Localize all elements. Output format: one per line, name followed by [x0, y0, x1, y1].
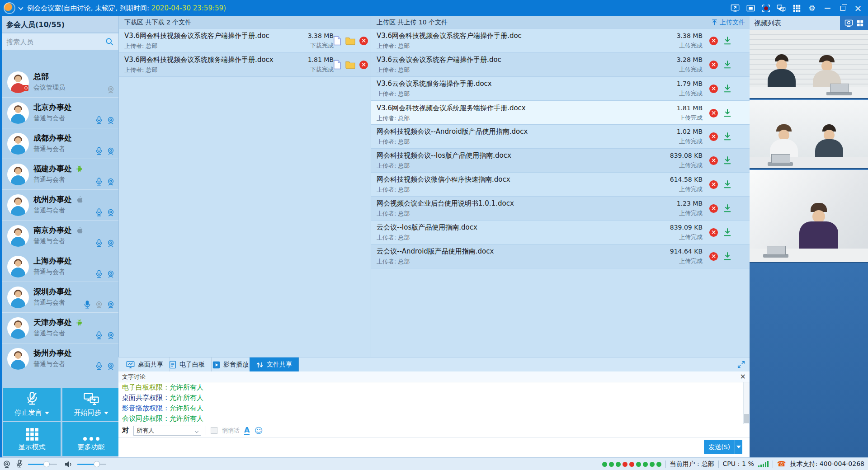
camera-icon[interactable] — [107, 208, 115, 217]
delete-icon[interactable]: ✕ — [709, 132, 718, 141]
delete-icon[interactable]: ✕ — [709, 228, 718, 237]
video-thumbnail-3[interactable] — [750, 170, 868, 263]
start-sync-button[interactable]: 开始同步 — [62, 388, 120, 421]
participant-row[interactable]: 总部 会议管理员 — [2, 67, 118, 98]
download-icon[interactable] — [723, 60, 731, 69]
camera-icon[interactable] — [107, 239, 115, 248]
mic-icon[interactable] — [95, 269, 103, 279]
download-icon[interactable] — [723, 84, 731, 93]
mic-icon[interactable] — [95, 177, 103, 187]
video-thumbnail-1[interactable] — [750, 30, 868, 99]
tab-media-play[interactable]: 影音播放 — [206, 357, 255, 372]
chat-scrollbar[interactable] — [743, 382, 750, 424]
message-input[interactable] — [118, 437, 697, 457]
download-icon[interactable] — [723, 228, 731, 237]
send-dropdown-caret[interactable] — [735, 440, 742, 454]
slider-knob[interactable] — [43, 461, 50, 467]
emoji-button[interactable]: ☺ — [254, 427, 263, 435]
delete-icon[interactable]: ✕ — [359, 61, 368, 69]
recipient-select[interactable]: 所有人 — [133, 426, 201, 436]
download-icon[interactable] — [723, 204, 731, 213]
download-icon[interactable] — [723, 252, 731, 261]
upload-file-row[interactable]: 云会议--Ios版产品使用指南.docx上传者: 总部839.09 KB上传完成… — [371, 221, 750, 244]
participant-row[interactable]: 北京办事处 普通与会者 — [2, 98, 118, 128]
upload-file-link[interactable]: 上传文件 — [711, 16, 745, 28]
upload-file-row[interactable]: 网会科技视频会议微信小程序快速指南.docx上传者: 总部614.58 KB上传… — [371, 173, 750, 197]
video-thumbnail-2[interactable] — [750, 100, 868, 169]
speaker-icon[interactable] — [64, 461, 73, 468]
settings-gear-icon[interactable]: ⚙ — [807, 4, 816, 13]
upload-file-row[interactable]: V3.6云会议系统服务端操作手册.docx上传者: 总部1.79 MB上传完成✕ — [371, 77, 750, 101]
video-mode-icon[interactable] — [844, 19, 853, 27]
record-icon[interactable] — [761, 4, 770, 13]
upload-file-row[interactable]: 网会科技视频会议--Android版产品使用指南.docx上传者: 总部1.02… — [371, 125, 750, 149]
whisper-checkbox[interactable] — [211, 427, 217, 434]
mic-volume-slider[interactable] — [28, 464, 57, 465]
sync-screens-icon[interactable] — [777, 4, 786, 13]
camera-icon[interactable] — [107, 269, 115, 279]
open-folder-icon[interactable] — [345, 37, 355, 45]
delete-icon[interactable]: ✕ — [709, 85, 718, 93]
fullscreen-icon[interactable] — [737, 361, 745, 368]
dropdown-caret-icon[interactable] — [45, 412, 49, 414]
delete-icon[interactable]: ✕ — [359, 37, 368, 45]
speaker-volume-slider[interactable] — [77, 464, 106, 465]
participant-row[interactable]: 杭州办事处 普通与会者 — [2, 190, 118, 221]
layout-grid-icon[interactable] — [857, 20, 863, 27]
delete-icon[interactable]: ✕ — [709, 204, 718, 213]
download-icon[interactable] — [723, 108, 731, 118]
camera-icon[interactable] — [107, 146, 115, 156]
mic-active-icon[interactable] — [83, 300, 91, 310]
mic-icon[interactable] — [95, 116, 103, 125]
open-file-icon[interactable] — [333, 60, 341, 70]
participant-row[interactable]: 上海办事处 普通与会者 — [2, 251, 118, 282]
download-icon[interactable] — [723, 156, 731, 165]
upload-file-row[interactable]: 网会科技视频会议--Ios版产品使用指南.docx上传者: 总部839.08 K… — [371, 149, 750, 173]
chevron-down-icon[interactable] — [18, 5, 23, 10]
open-file-icon[interactable] — [333, 36, 341, 46]
search-input[interactable] — [5, 36, 100, 48]
download-icon[interactable] — [723, 36, 731, 45]
search-icon[interactable] — [105, 37, 114, 46]
close-icon[interactable]: ✕ — [740, 371, 746, 382]
participant-row[interactable]: 福建办事处 普通与会者 — [2, 159, 118, 190]
delete-icon[interactable]: ✕ — [709, 252, 718, 261]
delete-icon[interactable]: ✕ — [709, 109, 718, 118]
webcam-off-icon[interactable] — [95, 300, 103, 310]
upload-file-row[interactable]: V3.6网会科技视频会议系统客户端操作手册.doc上传者: 总部3.38 MB上… — [371, 29, 750, 53]
webcam-status-icon[interactable] — [3, 460, 11, 469]
mic-icon[interactable] — [95, 331, 103, 340]
delete-icon[interactable]: ✕ — [709, 61, 718, 69]
send-button[interactable]: 发送(S) — [704, 440, 742, 454]
mic-muted-icon[interactable] — [15, 460, 24, 469]
download-icon[interactable] — [723, 132, 731, 141]
camera-icon[interactable] — [107, 300, 115, 310]
upload-file-row[interactable]: V3.6云会议会议系统客户端操作手册.doc上传者: 总部3.28 MB上传完成… — [371, 53, 750, 77]
display-mode-button[interactable]: 显示模式 — [3, 422, 61, 456]
mic-icon[interactable] — [95, 239, 103, 248]
participant-row[interactable]: 南京办事处 普通与会者 — [2, 221, 118, 251]
minimize-icon[interactable] — [823, 4, 832, 13]
upload-file-row[interactable]: 云会议--Android版产品使用指南.docx上传者: 总部914.64 KB… — [371, 244, 750, 268]
upload-file-row[interactable]: 网会视频会议企业后台使用说明书1.0.1.docx上传者: 总部1.23 MB上… — [371, 197, 750, 221]
camera-icon[interactable] — [107, 362, 115, 371]
download-file-row[interactable]: V3.6网会科技视频会议系统服务端操作手册.docx 上传者: 总部 1.81 … — [119, 53, 371, 77]
font-style-button[interactable]: A — [244, 427, 250, 435]
download-file-row[interactable]: V3.6网会科技视频会议系统客户端操作手册.doc 上传者: 总部 3.38 M… — [119, 29, 371, 53]
theater-mode-icon[interactable] — [746, 4, 755, 13]
delete-icon[interactable]: ✕ — [709, 180, 718, 189]
delete-icon[interactable]: ✕ — [709, 37, 718, 45]
delete-icon[interactable]: ✕ — [709, 156, 718, 165]
more-functions-button[interactable]: 更多功能 — [62, 422, 120, 456]
stop-speaking-button[interactable]: 停止发言 — [3, 388, 61, 421]
mic-icon[interactable] — [95, 208, 103, 217]
webcam-off-icon[interactable] — [107, 85, 115, 94]
camera-icon[interactable] — [107, 116, 115, 125]
open-folder-icon[interactable] — [345, 61, 355, 69]
close-icon[interactable]: × — [854, 4, 863, 13]
display-grid-icon[interactable] — [792, 4, 801, 13]
upload-file-row[interactable]: V3.6网会科技视频会议系统服务端操作手册.docx上传者: 总部1.81 MB… — [371, 101, 750, 125]
camera-icon[interactable] — [107, 331, 115, 340]
tab-whiteboard[interactable]: 电子白板 — [163, 357, 212, 372]
participant-row[interactable]: 成都办事处 普通与会者 — [2, 128, 118, 159]
